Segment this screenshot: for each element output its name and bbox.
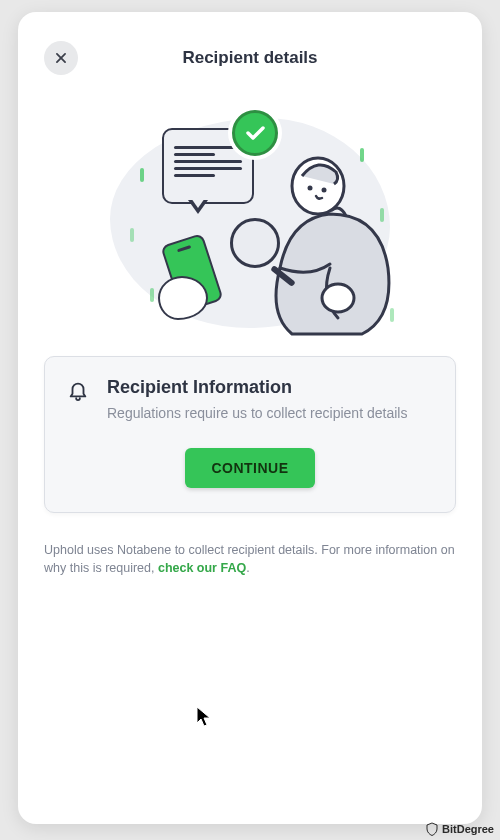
bell-icon	[67, 379, 91, 405]
checkmark-badge-icon	[232, 110, 278, 156]
continue-button[interactable]: CONTINUE	[185, 448, 314, 488]
info-row: Recipient Information Regulations requir…	[67, 377, 433, 424]
footer-note: Uphold uses Notabene to collect recipien…	[44, 541, 456, 579]
modal-title: Recipient details	[44, 48, 456, 68]
magnifier-icon	[230, 218, 280, 268]
info-text-block: Recipient Information Regulations requir…	[107, 377, 407, 424]
watermark: BitDegree	[426, 822, 494, 836]
accent-dash-icon	[150, 288, 154, 302]
recipient-illustration	[90, 108, 410, 338]
svg-point-4	[322, 188, 327, 193]
info-heading: Recipient Information	[107, 377, 407, 398]
recipient-details-modal: Recipient details	[18, 12, 482, 824]
watermark-label: BitDegree	[442, 823, 494, 835]
recipient-info-card: Recipient Information Regulations requir…	[44, 356, 456, 513]
footer-text-after: .	[246, 561, 249, 575]
accent-dash-icon	[130, 228, 134, 242]
shield-icon	[426, 822, 438, 836]
close-button[interactable]	[44, 41, 78, 75]
speech-bubble-tail	[188, 200, 208, 214]
accent-dash-icon	[140, 168, 144, 182]
close-icon	[54, 51, 68, 65]
svg-point-5	[322, 284, 354, 312]
info-subtext: Regulations require us to collect recipi…	[107, 404, 407, 424]
svg-point-3	[308, 186, 313, 191]
faq-link[interactable]: check our FAQ	[158, 561, 246, 575]
modal-header: Recipient details	[44, 38, 456, 78]
